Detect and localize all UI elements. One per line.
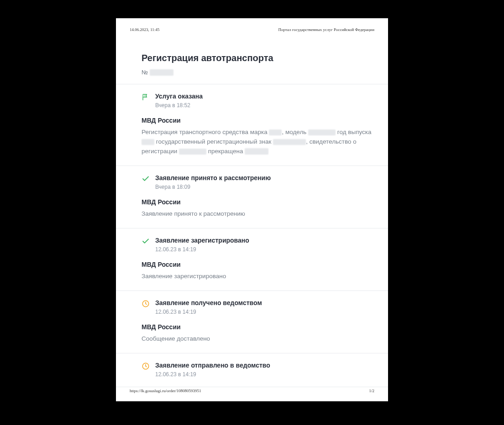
status-time: Вчера в 18:09: [155, 184, 374, 190]
redacted-cert: [179, 149, 206, 155]
print-timestamp: 14.06.2023, 11:45: [130, 27, 159, 32]
footer-url: https://lk.gosuslugi.ru/order/1080805939…: [130, 389, 201, 393]
portal-title: Портал государственных услуг Российской …: [278, 27, 374, 32]
print-header: 14.06.2023, 11:45 Портал государственных…: [130, 27, 374, 32]
body-text-part: год выпуска: [336, 129, 371, 135]
status-title: Заявление получено ведомством: [155, 299, 374, 306]
redacted-plate: [273, 139, 306, 145]
redacted-order-number: [150, 69, 173, 76]
flag-icon: [142, 93, 150, 101]
status-title: Услуга оказана: [155, 93, 374, 100]
status-body: Заявление зарегистрировано: [142, 272, 374, 281]
page-title: Регистрация автотранспорта: [142, 53, 374, 63]
status-title: Заявление отправлено в ведомство: [155, 362, 374, 369]
status-item: Услуга оказана Вчера в 18:52 МВД России …: [130, 84, 374, 166]
status-agency: МВД России: [142, 117, 374, 124]
status-agency: МВД России: [142, 198, 374, 206]
redacted-year: [142, 139, 154, 145]
status-agency: МВД России: [142, 261, 374, 268]
body-text-part: государственный регистрационный знак: [154, 138, 273, 145]
status-agency: МВД России: [142, 323, 374, 331]
status-body: Регистрация транспортного средства марка…: [142, 128, 374, 156]
status-item: Заявление получено ведомством 12.06.23 в…: [130, 291, 374, 353]
body-text-part: Регистрация транспортного средства марка: [142, 129, 269, 135]
status-title: Заявление зарегистрировано: [155, 237, 374, 244]
clock-icon: [142, 362, 150, 370]
status-time: 12.06.23 в 14:19: [155, 371, 374, 378]
redacted-model: [308, 130, 336, 135]
title-block: Регистрация автотранспорта №: [130, 53, 374, 76]
status-time: 12.06.23 в 14:19: [155, 246, 374, 253]
body-text-part: , модель: [282, 129, 308, 135]
status-title: Заявление принято к рассмотрению: [155, 174, 374, 181]
status-body: Сообщение доставлено: [142, 334, 374, 344]
clock-icon: [142, 300, 150, 308]
status-body: Заявление принято к рассмотрению: [142, 209, 374, 219]
status-item: Заявление зарегистрировано 12.06.23 в 14…: [130, 228, 374, 290]
status-time: Вчера в 18:52: [155, 102, 374, 109]
body-text-part: прекращена: [206, 148, 245, 155]
redacted-tail: [245, 148, 268, 155]
order-number: №: [142, 69, 374, 76]
page-indicator: 1/2: [369, 389, 374, 393]
check-icon: [142, 237, 150, 245]
order-prefix: №: [142, 69, 148, 76]
check-icon: [142, 175, 150, 183]
document-page: 14.06.2023, 11:45 Портал государственных…: [116, 18, 388, 401]
status-item: Заявление отправлено в ведомство 12.06.2…: [130, 353, 374, 387]
print-footer: https://lk.gosuslugi.ru/order/1080805939…: [130, 389, 374, 393]
divider: [116, 387, 388, 387]
status-item: Заявление принято к рассмотрению Вчера в…: [130, 166, 374, 228]
status-time: 12.06.23 в 14:19: [155, 309, 374, 315]
redacted-brand: [269, 130, 282, 135]
